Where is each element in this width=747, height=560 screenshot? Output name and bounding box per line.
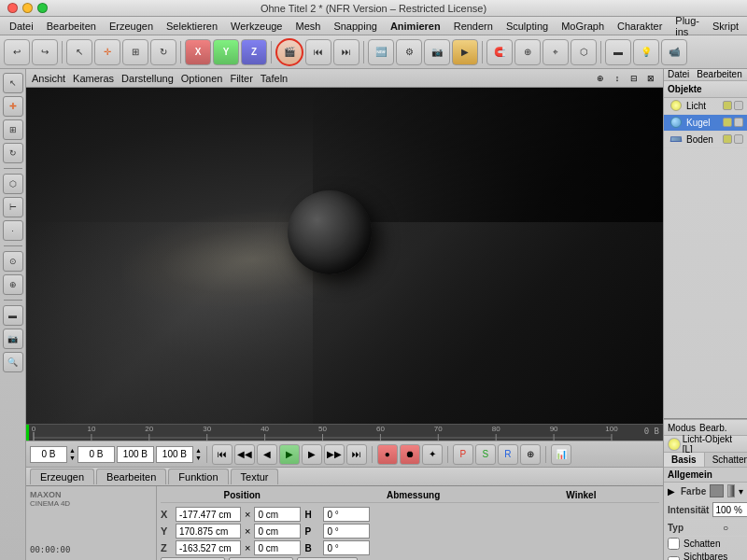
frame-down[interactable]: ▼: [69, 455, 76, 461]
obj-snap-button[interactable]: ⊕: [514, 39, 541, 65]
sidebar-camera[interactable]: 📷: [3, 329, 23, 349]
close-button[interactable]: [7, 3, 18, 13]
object-licht[interactable]: Licht: [664, 98, 747, 115]
range-spinners[interactable]: ▲ ▼: [195, 447, 202, 461]
farbe-dropdown-arrow[interactable]: ▾: [739, 486, 743, 497]
redo-button[interactable]: ↪: [32, 39, 58, 65]
intensitaet-input[interactable]: [712, 502, 747, 517]
viewport-3d[interactable]: [26, 88, 663, 424]
sidebar-rotate[interactable]: ↻: [3, 143, 23, 163]
next-frame-button[interactable]: ▶: [302, 444, 322, 465]
props-modus-tab[interactable]: Modus: [668, 423, 696, 433]
menu-erzeugen[interactable]: Erzeugen: [104, 19, 159, 34]
size-x-input[interactable]: [254, 507, 301, 522]
camera-button[interactable]: 📹: [661, 39, 687, 65]
menu-rendern[interactable]: Rendern: [448, 19, 499, 34]
poly-snap[interactable]: ⬡: [571, 39, 597, 65]
range-up[interactable]: ▲: [195, 447, 202, 454]
sidebar-world-axis[interactable]: ⊕: [3, 274, 23, 295]
record-button[interactable]: ●: [377, 444, 398, 465]
window-controls[interactable]: [7, 3, 48, 13]
menu-datei[interactable]: Datei: [4, 19, 39, 34]
pos-x-input[interactable]: [176, 507, 241, 522]
prev-keyframe-button[interactable]: ⏮: [305, 39, 331, 65]
sidebar-scale[interactable]: ⊞: [3, 119, 23, 140]
frame-up[interactable]: ▲: [69, 447, 76, 454]
move-tool[interactable]: ✛: [94, 39, 120, 65]
pos-z-input[interactable]: [176, 540, 241, 555]
render-view[interactable]: 📷: [424, 39, 450, 65]
vp-icon-1[interactable]: ⊕: [594, 72, 607, 85]
vp-icon-3[interactable]: ⊟: [627, 72, 641, 85]
select-tool[interactable]: ↖: [66, 39, 92, 65]
vp-menu-darstellung[interactable]: Darstellung: [121, 73, 174, 84]
render-button[interactable]: ▶: [452, 39, 478, 65]
pos-key-button[interactable]: P: [453, 444, 473, 465]
kugel-render-dot[interactable]: [734, 118, 743, 127]
play-button[interactable]: ▶: [279, 444, 300, 465]
menu-animieren[interactable]: Animieren: [385, 19, 446, 34]
render-settings[interactable]: ⚙: [396, 39, 422, 65]
size-z-input[interactable]: [254, 540, 301, 555]
sidebar-zoom[interactable]: 🔍: [3, 352, 23, 372]
right-header-bearbeiten[interactable]: Bearbeiten: [697, 69, 741, 79]
snap-button[interactable]: 🧲: [486, 39, 513, 65]
menu-snapping[interactable]: Snapping: [328, 19, 383, 34]
vp-icon-4[interactable]: ⊠: [644, 72, 657, 85]
vp-menu-optionen[interactable]: Optionen: [181, 73, 223, 84]
frame-range-input[interactable]: [156, 446, 193, 463]
vp-menu-kameras[interactable]: Kameras: [73, 73, 114, 84]
angle-b-input[interactable]: [323, 540, 370, 555]
menu-charakter[interactable]: Charakter: [612, 19, 668, 34]
licht-vis-dot[interactable]: [723, 101, 732, 110]
boden-vis-dot[interactable]: [723, 134, 732, 144]
angle-h-input[interactable]: [323, 507, 370, 522]
menu-mograph[interactable]: MoGraph: [556, 19, 610, 34]
sidebar-select[interactable]: ↖: [3, 73, 23, 93]
sidebar-poly-mode[interactable]: ⬡: [3, 174, 23, 194]
menu-werkzeuge[interactable]: Werkzeuge: [225, 19, 288, 34]
timeline[interactable]: 0 10 20 30 40 50 60 70 80: [26, 424, 663, 441]
vp-menu-tafeln[interactable]: Tafeln: [261, 73, 288, 84]
farbe-expand[interactable]: ▶: [668, 486, 675, 497]
goto-start-button[interactable]: ⏮: [212, 444, 233, 465]
scale-key-button[interactable]: S: [475, 444, 496, 465]
scale-tool[interactable]: ⊞: [122, 39, 148, 65]
vp-menu-filter[interactable]: Filter: [230, 73, 252, 84]
farbe-gradient[interactable]: [727, 484, 735, 497]
new-obj-button[interactable]: 🆕: [368, 39, 394, 65]
tab-funktion[interactable]: Funktion: [168, 469, 228, 484]
schatten-checkbox[interactable]: [668, 538, 680, 550]
spline-snap[interactable]: ⌖: [543, 39, 569, 65]
range-down[interactable]: ▼: [195, 455, 202, 461]
frame-spinners[interactable]: ▲ ▼: [69, 447, 76, 461]
vp-icon-2[interactable]: ↕: [611, 72, 624, 85]
constraint-x[interactable]: X: [185, 39, 211, 65]
constraint-z[interactable]: Z: [241, 39, 267, 65]
rot-key-button[interactable]: R: [498, 444, 518, 465]
rotate-tool[interactable]: ↻: [150, 39, 176, 65]
undo-button[interactable]: ↩: [4, 39, 30, 65]
props-bearb-tab[interactable]: Bearb.: [699, 423, 726, 433]
sidebar-obj-axis[interactable]: ⊙: [3, 251, 23, 272]
props-tab-schatten[interactable]: Schatten: [705, 453, 747, 467]
boden-render-dot[interactable]: [734, 134, 743, 144]
param-key-button[interactable]: ⊕: [520, 444, 541, 465]
frame-current-input[interactable]: [30, 446, 67, 463]
menu-bearbeiten[interactable]: Bearbeiten: [41, 19, 102, 34]
sidebar-point-mode[interactable]: ·: [3, 220, 23, 241]
menu-sculpting[interactable]: Sculpting: [500, 19, 554, 34]
frame-end-input[interactable]: [117, 446, 154, 463]
next-keyframe-button[interactable]: ⏭: [333, 39, 359, 65]
maximize-button[interactable]: [37, 3, 48, 13]
sidebar-edge-mode[interactable]: ⊢: [3, 197, 23, 217]
menu-skript[interactable]: Skript: [707, 19, 744, 34]
right-header-datei[interactable]: Datei: [668, 69, 689, 79]
props-tab-basis[interactable]: Basis: [664, 453, 705, 467]
step-back-button[interactable]: ◀◀: [234, 444, 255, 465]
step-forward-button[interactable]: ▶▶: [324, 444, 345, 465]
motion-clip-button[interactable]: ✦: [422, 444, 443, 465]
licht-render-dot[interactable]: [734, 101, 743, 110]
tab-textur[interactable]: Textur: [231, 469, 279, 484]
menu-mesh[interactable]: Mesh: [289, 19, 326, 34]
